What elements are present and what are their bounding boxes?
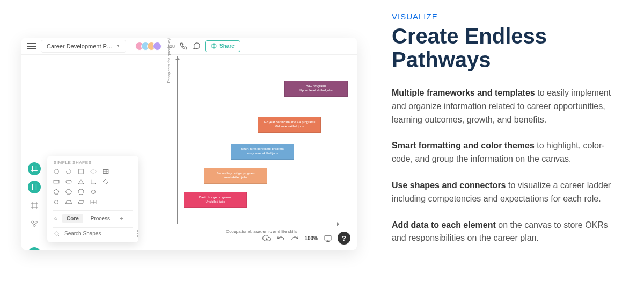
more-icon[interactable] <box>137 230 138 237</box>
svg-point-11 <box>55 200 58 204</box>
shape-row-2 <box>53 178 133 185</box>
y-axis <box>177 56 178 224</box>
document-title: Career Development P… <box>47 43 113 49</box>
frame-tool-active[interactable] <box>28 162 41 175</box>
zoom-level[interactable]: 100% <box>304 235 318 241</box>
marketing-copy: VISUALIZE Create Endless Pathways Multip… <box>386 0 644 258</box>
tab-core[interactable]: Core <box>62 214 83 223</box>
circle-icon[interactable] <box>53 168 60 175</box>
ladder-step-5[interactable]: BA+ programs Upper level skilled jobs <box>284 81 348 97</box>
menu-icon[interactable] <box>27 43 36 49</box>
document-title-dropdown[interactable]: Career Development P… ▼ <box>41 40 126 53</box>
octagon-icon[interactable] <box>77 188 85 196</box>
svg-point-6 <box>91 170 96 173</box>
search-icon <box>54 231 60 237</box>
app-window: Career Development P… ▼ +28 <box>21 38 357 250</box>
svg-rect-14 <box>325 235 331 240</box>
eyebrow: VISUALIZE <box>392 12 623 21</box>
paragraph-2: Smart formatting and color themes to hig… <box>392 139 623 166</box>
phone-icon[interactable] <box>179 42 188 51</box>
avatar <box>153 42 162 51</box>
present-icon[interactable] <box>324 234 332 242</box>
svg-point-13 <box>55 232 58 235</box>
rectangle-icon[interactable] <box>53 178 60 185</box>
grid-icon[interactable] <box>90 198 97 206</box>
bottom-bar: 100% ? <box>262 232 350 245</box>
rounded-rect-icon[interactable] <box>65 178 72 185</box>
left-toolbar <box>28 162 41 230</box>
help-button[interactable]: ? <box>338 232 350 245</box>
paragraph-3: Use shapes and connectors to visualize a… <box>392 179 623 206</box>
pentagon-icon[interactable] <box>53 188 60 196</box>
svg-point-3 <box>33 224 35 226</box>
svg-point-4 <box>54 169 58 174</box>
pin-icon[interactable] <box>53 216 59 222</box>
svg-point-2 <box>35 221 37 223</box>
shape-row-1 <box>53 168 133 175</box>
shapes-panel: SIMPLE SHAPES <box>47 156 138 242</box>
shape-search <box>53 227 133 237</box>
shape-row-4 <box>53 198 133 206</box>
table-icon[interactable] <box>102 168 109 175</box>
y-axis-label: Prospects for good-paying, stable employ… <box>166 38 171 87</box>
chevron-down-icon: ▼ <box>116 44 120 48</box>
diamond-icon[interactable] <box>102 178 109 185</box>
shape-tabs: Core Process + <box>53 210 133 223</box>
svg-rect-9 <box>66 180 71 183</box>
frame-tool-2[interactable] <box>28 181 41 193</box>
hexagon-icon[interactable] <box>65 188 72 196</box>
globe-icon <box>211 43 217 49</box>
trapezoid-icon[interactable] <box>65 198 72 206</box>
x-axis <box>177 224 341 224</box>
top-bar: Career Development P… ▼ +28 <box>21 38 357 55</box>
svg-rect-5 <box>79 169 83 174</box>
parallelogram-icon[interactable] <box>77 198 85 206</box>
ladder-step-2[interactable]: Secondary bridge program semi-skilled jo… <box>204 168 267 184</box>
frame-tool-outline[interactable] <box>28 199 41 212</box>
shapes-panel-header: SIMPLE SHAPES <box>54 160 133 165</box>
add-tab-button[interactable]: + <box>118 214 126 223</box>
cluster-tool-icon[interactable] <box>28 217 41 230</box>
ellipse-icon[interactable] <box>90 168 97 175</box>
shape-row-3 <box>53 188 133 196</box>
share-button[interactable]: Share <box>205 40 240 52</box>
ladder-step-3[interactable]: Short-form certificate program entry lev… <box>231 144 294 160</box>
arc-icon[interactable] <box>65 168 72 175</box>
comment-icon[interactable] <box>192 42 201 51</box>
share-label: Share <box>219 43 235 49</box>
circle-tiny-icon[interactable] <box>53 198 60 206</box>
collaborator-avatars[interactable] <box>138 42 162 51</box>
paragraph-4: Add data to each element on the canvas t… <box>392 219 623 246</box>
svg-rect-8 <box>54 180 59 183</box>
headline: Create Endless Pathways <box>392 24 623 71</box>
cloud-sync-icon[interactable] <box>262 234 271 242</box>
ladder-step-4[interactable]: 1-2 year certificate and AA programs Mid… <box>258 117 321 133</box>
canvas[interactable]: Prospects for good-paying, stable employ… <box>21 55 357 250</box>
redo-icon[interactable] <box>290 234 299 242</box>
circle-small-icon[interactable] <box>90 188 97 196</box>
ladder-step-1[interactable]: Basic bridge programs Unskilled jobs <box>184 192 247 208</box>
shape-search-input[interactable] <box>63 230 134 237</box>
svg-point-10 <box>92 190 96 194</box>
close-panel-button[interactable] <box>28 247 41 250</box>
square-icon[interactable] <box>77 168 85 175</box>
right-triangle-icon[interactable] <box>90 178 97 185</box>
svg-point-1 <box>32 221 34 223</box>
paragraph-1: Multiple frameworks and templates to eas… <box>392 87 623 126</box>
tab-process[interactable]: Process <box>86 214 114 223</box>
triangle-icon[interactable] <box>77 178 85 185</box>
undo-icon[interactable] <box>276 234 285 242</box>
